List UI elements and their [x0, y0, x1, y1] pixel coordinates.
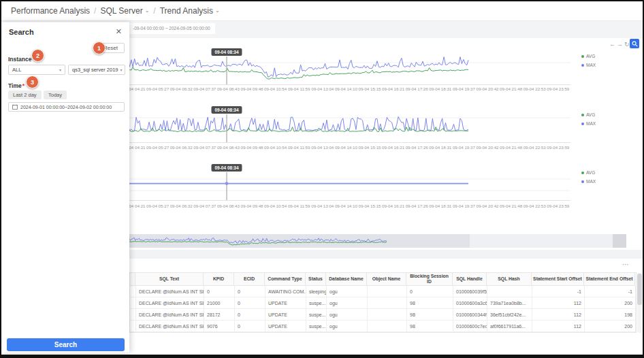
x-axis-tick: 09-04 11:59: [288, 145, 310, 150]
trend-chart-1[interactable]: [128, 54, 577, 85]
breadcrumb-item-trend-analysis[interactable]: Trend Analysis ⌄: [160, 6, 220, 16]
table-more-button[interactable]: ⋯: [622, 261, 630, 268]
chevron-down-icon: ⌄: [145, 8, 150, 14]
table-cell: 01000600c7ed...: [453, 321, 487, 332]
legend-label: AVG: [586, 54, 595, 59]
date-range-chip[interactable]: -09-04 00:00:00 ~ 2024-09-05 00:00:00: [128, 23, 215, 34]
date-range-input[interactable]: 2024-09-01 00:00:00~2024-09-02 00:00:00: [8, 102, 125, 112]
table-cell: 112: [532, 321, 585, 332]
legend-max[interactable]: MAX: [581, 61, 622, 69]
table-cell: suspe...: [306, 309, 327, 321]
chart-scrollbar[interactable]: [128, 250, 643, 259]
time-label-text: Time: [8, 82, 22, 89]
table-header-cell: SQL Handle: [453, 273, 487, 286]
table-cell: -1: [585, 286, 636, 297]
x-axis-tick: 09-04 13:04: [311, 86, 334, 91]
x-axis-tick: 09-04 05:27: [146, 145, 169, 150]
forward-button[interactable]: →: [617, 40, 623, 48]
table-cell: 739a71ea0b8b...: [487, 297, 532, 309]
table-cell: [130, 309, 136, 321]
x-axis-tick: 09-04 07:37: [193, 204, 216, 208]
table-cell: UPDATE: [265, 309, 306, 321]
legend-chart1: AVGMAX: [581, 52, 622, 69]
table-cell: 200: [585, 321, 636, 332]
chart-tooltip: 09-04 08:34: [211, 48, 242, 56]
legend-avg[interactable]: AVG: [581, 52, 622, 61]
legend-max[interactable]: MAX: [581, 119, 622, 128]
panel-title: Search: [9, 28, 34, 36]
x-axis-tick: 09-04 23:59: [547, 204, 569, 208]
chart-tooltip: 09-04 08:34: [211, 106, 242, 114]
date-range-value: 2024-09-01 00:00:00~2024-09-02 00:00:00: [20, 105, 112, 110]
x-axis-tick: 09-04 10:54: [264, 86, 287, 91]
breadcrumb-separator: /: [153, 6, 155, 16]
calendar-icon: [12, 104, 18, 110]
x-axis-tick: 09-04 19:37: [453, 204, 475, 208]
last-2-day-button[interactable]: Last 2 day: [8, 91, 42, 99]
x-axis-tick: 09-04 21:48: [500, 204, 522, 208]
table-cell: 200: [585, 297, 636, 309]
legend-max[interactable]: MAX: [581, 177, 622, 186]
x-axis-tick: 09-04 08:43: [217, 145, 240, 150]
table-cell: ogu: [327, 297, 368, 309]
breadcrumb-item-performance-analysis[interactable]: Performance Analysis: [11, 6, 90, 16]
back-button[interactable]: ←: [609, 40, 615, 48]
legend-dot: [581, 55, 584, 58]
x-axis-tick: 09-04 06:32: [170, 204, 193, 208]
close-icon[interactable]: ✕: [116, 27, 122, 36]
x-axis-tick: 09-04 18:31: [429, 86, 451, 91]
x-axis-tick: 09-04 14:10: [335, 145, 357, 150]
x-axis-tick: 09-04 14:10: [335, 86, 357, 91]
table-header-cell: SQL Hash: [487, 273, 532, 286]
table-header-cell: KPID: [204, 273, 234, 286]
table-cell: 9076: [204, 321, 235, 332]
table-row[interactable]: DECLARE @IdNum AS INT SE...90760UPDATEsu…: [130, 321, 636, 332]
legend-avg[interactable]: AVG: [581, 110, 622, 119]
legend-dot: [581, 180, 584, 183]
x-axis-tick: 09-04 15:15: [358, 204, 381, 208]
legend-dot: [581, 172, 584, 174]
instance-select-server[interactable]: qs3_sql server 2019 ▾: [68, 65, 125, 75]
x-axis-tick: 09-04 06:32: [170, 145, 193, 150]
table-cell: 98: [407, 297, 453, 309]
table-scrollbar-thumb[interactable]: [637, 274, 642, 305]
table-header-row: SQL TextKPIDECIDCommand TypeStatusDataba…: [130, 273, 636, 286]
trend-chart-2[interactable]: [128, 112, 577, 143]
table-cell: 0: [235, 321, 265, 332]
table-cell: 01000600a3c6...: [453, 297, 487, 309]
table-cell: 0: [235, 286, 265, 297]
search-button[interactable]: Search: [7, 338, 125, 351]
table-cell: 112: [532, 309, 585, 321]
table-header-cell: Database Name: [326, 273, 367, 286]
app-window: Performance Analysis / SQL Server ⌄ / Tr…: [0, 0, 644, 358]
refresh-button[interactable]: ↻: [624, 40, 630, 48]
table-header-cell: ECID: [234, 273, 265, 286]
zoom-select-button[interactable]: [630, 39, 639, 48]
table-cell: [130, 321, 136, 332]
legend-avg[interactable]: AVG: [581, 168, 622, 177]
x-axis-tick: 09-04 07:37: [193, 86, 216, 91]
table-cell: sleeping: [306, 286, 327, 297]
table-cell: DECLARE @IdNum AS INT SE...: [136, 286, 204, 297]
table-row[interactable]: DECLARE @IdNum AS INT SE...281720UPDATEs…: [130, 309, 636, 321]
table-cell: DECLARE @IdNum AS INT SE...: [136, 309, 204, 321]
x-axis-tick: 09-04 23:59: [547, 86, 569, 91]
instance-label-text: Instance: [8, 56, 32, 63]
x-axis-tick: 09-04 16:21: [382, 145, 404, 150]
x-axis-ticks-chart3: 09-04 04:2109-04 05:2709-04 06:3209-04 0…: [128, 204, 591, 210]
x-axis-tick: 09-04 09:48: [240, 145, 263, 150]
step-badge-3: 3: [26, 76, 39, 88]
table-cell: af0f6617911a6...: [487, 321, 532, 332]
instance-select-all[interactable]: ALL ▾: [8, 65, 65, 75]
table-row[interactable]: DECLARE @IdNum AS INT SE...00AWAITING CO…: [130, 286, 636, 297]
x-axis-tick: 09-04 21:48: [500, 145, 522, 150]
trend-chart-3[interactable]: [128, 170, 577, 201]
legend-label: MAX: [586, 179, 596, 184]
table-row[interactable]: DECLARE @IdNum AS INT SE...210000UPDATEs…: [130, 297, 636, 309]
table-cell: UPDATE: [265, 321, 306, 332]
breadcrumb-item-sql-server[interactable]: SQL Server ⌄: [100, 6, 149, 16]
x-axis-tick: 09-04 05:27: [146, 204, 169, 208]
overview-brush[interactable]: [128, 233, 643, 249]
x-axis-ticks-chart2: 09-04 04:2109-04 05:2709-04 06:3209-04 0…: [128, 145, 591, 151]
today-button[interactable]: Today: [44, 91, 67, 99]
